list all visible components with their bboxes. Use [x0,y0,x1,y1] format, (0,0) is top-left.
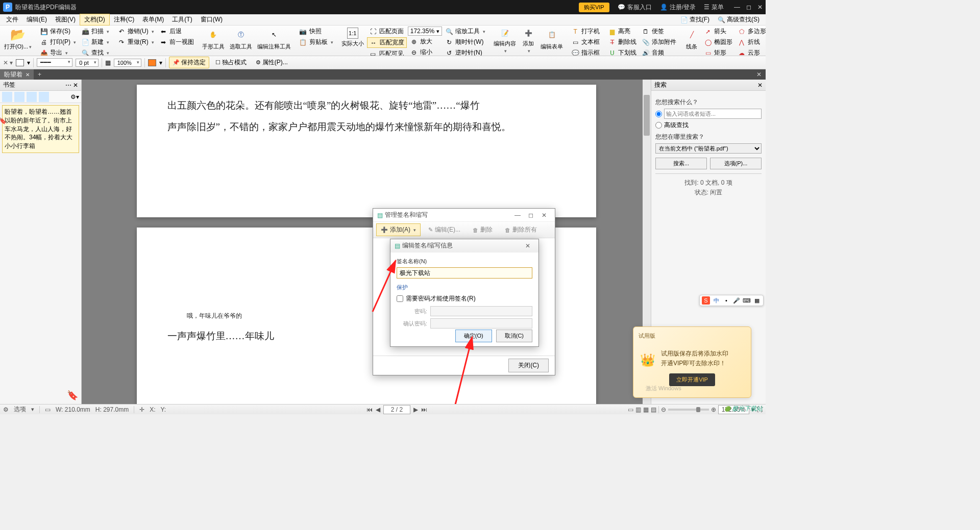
require-password-checkbox[interactable] [397,295,403,302]
menu-file[interactable]: 文件 [2,14,22,25]
note-button[interactable]: 🗒便签 [640,27,678,36]
add-button[interactable]: ➕添加 [519,27,537,55]
zoom-tool-button[interactable]: 🔍缩放工具 [443,27,487,36]
ime-mic-icon[interactable]: 🎤 [732,296,741,305]
ime-toolbar[interactable]: S 中 • 🎤 ⌨ ▦ [699,295,764,306]
line-width-combo[interactable]: 0 pt [76,59,98,67]
typewriter-button[interactable]: T打字机 [569,27,602,36]
panel-close-icon[interactable]: ✕ [73,82,78,89]
fit-visible-button[interactable]: ▭匹配可见 [367,49,407,56]
bm-btn2-icon[interactable] [14,92,24,102]
document-tab[interactable]: 盼望着✕ [0,69,34,80]
attach-button[interactable]: 📎添加附件 [640,37,678,47]
scrollbar-thumb[interactable] [644,95,650,136]
view-mode-3-icon[interactable]: ▦ [643,406,649,413]
zoom-combo[interactable]: 172.35% ▾ [408,27,442,36]
arrow-tool[interactable]: ➚箭头 [702,27,734,36]
menu-document[interactable]: 文档(D) [80,14,110,26]
undo-button[interactable]: ↶撤销(U) [115,27,156,36]
highlight-button[interactable]: ▆高亮 [606,27,639,36]
textbox-button[interactable]: ▭文本框 [569,37,602,47]
print-button[interactable]: 🖨打印(P) [38,37,78,47]
status-options[interactable]: 选项 [14,405,26,414]
close-button[interactable]: ✕ [757,4,763,11]
dialog-minimize-icon[interactable]: — [511,212,524,219]
panel-menu-icon[interactable]: ⋯ [65,82,71,89]
cancel-button[interactable]: 取消(C) [496,330,532,342]
bookmark-flag-icon[interactable]: 🔖 [67,390,78,401]
snapshot-button[interactable]: 📷快照 [297,27,335,36]
view-mode-1-icon[interactable]: ▭ [628,406,633,413]
bm-options-icon[interactable]: ⚙▾ [70,93,79,100]
edit-signature-button[interactable]: ✎ 编辑(E)... [424,223,465,236]
ime-keyboard-icon[interactable]: ⌨ [743,296,751,305]
dialog-close-button[interactable]: 关闭(C) [508,359,549,372]
line-style-combo[interactable]: ━━━ [37,58,72,67]
keep-selected-toggle[interactable]: 📌 保持选定 [169,57,209,68]
ok-button[interactable]: 确定(O) [455,330,492,342]
fill-color-swatch[interactable] [16,59,24,66]
ellipse-tool[interactable]: ◯椭圆形 [702,37,734,47]
save-button[interactable]: 💾保存(S) [38,27,78,36]
bookmark-item[interactable]: 盼望着，盼望着……翘首以盼的新年近了。街市上车水马龙，人山人海，好不热闹。34幅… [2,105,79,153]
add-tab-button[interactable]: + [34,71,45,78]
last-page-button[interactable]: ⏭ [421,406,427,413]
rotate-cw-button[interactable]: ↻顺时针(W) [443,37,487,47]
delete-all-button[interactable]: 🗑 删除所有 [500,223,542,236]
delete-signature-button[interactable]: 🗑 删除 [468,223,497,236]
menu-edit[interactable]: 编辑(E) [22,14,51,25]
rotate-ccw-button[interactable]: ↺逆时针(N) [443,48,487,56]
rect-tool[interactable]: ▭矩形 [702,48,734,56]
customer-service-link[interactable]: 💬 客服入口 [618,3,652,12]
view-mode-2-icon[interactable]: ▥ [635,406,641,413]
open-button[interactable]: 📂 打开(O)... [2,27,34,55]
find-button[interactable]: 📄 查找(F) [676,14,714,25]
close-all-tabs-button[interactable]: ✕ [752,71,766,78]
edit-comment-tool[interactable]: ↖编辑注释工具 [255,27,293,55]
maximize-button[interactable]: ◻ [746,4,751,11]
signature-name-input[interactable] [397,267,532,279]
select-tool[interactable]: Ⓣ选取工具 [228,27,254,55]
fit-width-button[interactable]: ↔匹配宽度 [367,37,407,48]
menu-form[interactable]: 表单(M) [138,14,168,25]
bm-add-icon[interactable] [2,92,12,102]
menu-tool[interactable]: 工具(T) [168,14,196,25]
add-signature-button[interactable]: ➕ 添加(A) [376,223,421,236]
find-ribbon-button[interactable]: 🔍查找 [79,48,111,56]
strikeout-button[interactable]: T̶删除线 [606,37,639,47]
menu-view[interactable]: 视图(V) [51,14,80,25]
page-indicator[interactable]: 2 / 2 [383,405,410,414]
scan-button[interactable]: 📠扫描 [79,27,111,36]
zoom-out-status-button[interactable]: ⊖ [661,406,666,413]
clipboard-button[interactable]: 📋剪贴板 [297,37,335,47]
search-options-button[interactable]: 选项(P)... [710,158,762,169]
dialog-close-icon[interactable]: ✕ [537,212,551,219]
next-page-button[interactable]: ▶ [413,406,418,413]
close-x-icon[interactable]: ✕ ▾ [3,59,13,66]
zoom-in-status-button[interactable]: ⊕ [711,406,716,413]
options-gear-icon[interactable]: ⚙ [3,406,9,413]
tab-close-icon[interactable]: ✕ [26,72,30,78]
callout-button[interactable]: 💬指示框 [569,48,602,56]
bm-btn4-icon[interactable] [39,92,49,102]
view-mode-4-icon[interactable]: ▤ [651,406,656,413]
forward-button[interactable]: ➡前一视图 [157,37,196,47]
buy-vip-button[interactable]: 购买VIP [579,3,609,12]
edit-form-button[interactable]: 📋编辑表单 [538,27,565,55]
login-link[interactable]: 👤 注册/登录 [660,3,696,12]
exclusive-mode-toggle[interactable]: ☐ 独占模式 [212,57,250,68]
underline-button[interactable]: U̲下划线 [606,48,639,56]
zoom-out-button[interactable]: ⊖缩小 [408,47,442,56]
first-page-button[interactable]: ⏮ [366,406,373,413]
document-scroll[interactable]: 出五颜六色的花朵。还有能喷出“喷泉”的火树银花、旋转“地雷”……“爆竹 声声除旧… [82,80,651,404]
new-button[interactable]: 📄新建 [79,37,111,47]
export-button[interactable]: 📤导出 [38,48,78,56]
zoom-in-button[interactable]: ⊕放大 [408,37,442,46]
ime-lang-toggle[interactable]: 中 [712,296,720,305]
bm-btn3-icon[interactable] [27,92,37,102]
advanced-find-button[interactable]: 🔍 高级查找(S) [714,14,764,25]
ime-logo-icon[interactable]: S [702,296,710,305]
search-term-radio[interactable] [655,111,662,117]
search-panel-close-icon[interactable]: ✕ [757,82,763,89]
back-button[interactable]: ⬅后退 [157,27,196,36]
